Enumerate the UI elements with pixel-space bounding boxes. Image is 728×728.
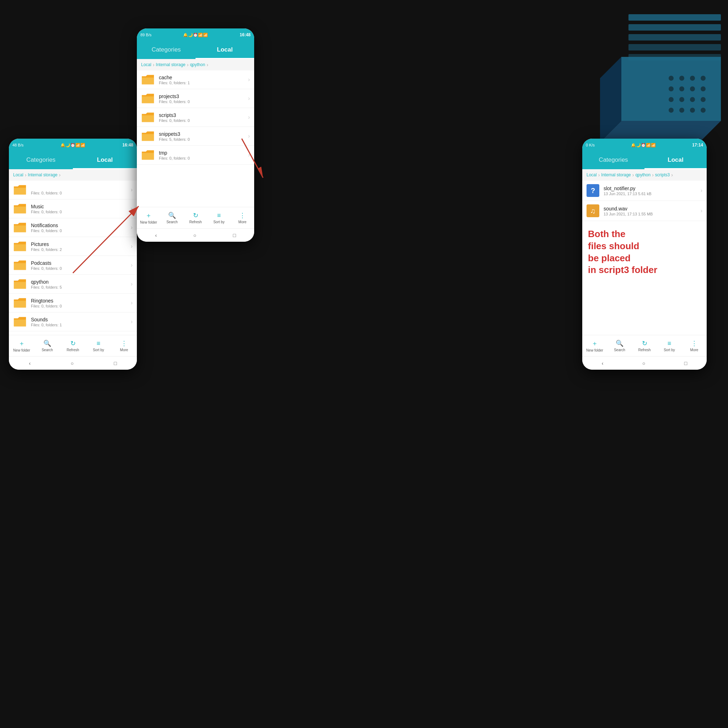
list-item-scripts3[interactable]: scripts3 Files: 0, folders: 0 › bbox=[137, 108, 254, 127]
file-info: scripts3 Files: 0, folders: 0 bbox=[159, 112, 248, 122]
file-info: Files: 0, folders: 0 bbox=[31, 185, 131, 195]
phone-left: 48 B/s 🔔🌙⏰📶📶 16:48 Categories Local Loca… bbox=[9, 139, 137, 370]
home-button-center[interactable]: ○ bbox=[193, 232, 196, 238]
sort-by-button-right[interactable]: ≡ Sort by bbox=[657, 340, 682, 352]
svg-point-9 bbox=[679, 76, 684, 81]
new-folder-button-right[interactable]: ＋ New folder bbox=[582, 339, 607, 352]
search-button-left[interactable]: 🔍 Search bbox=[35, 340, 60, 352]
list-item[interactable]: Sounds Files: 0, folders: 1 › bbox=[9, 312, 137, 331]
refresh-button-right[interactable]: ↻ Refresh bbox=[632, 340, 657, 352]
recents-button-right[interactable]: □ bbox=[684, 361, 687, 366]
list-item[interactable]: Files: 0, folders: 0 › bbox=[9, 180, 137, 199]
list-item-cache[interactable]: cache Files: 0, folders: 1 › bbox=[137, 70, 254, 89]
file-meta: Files: 0, folders: 1 bbox=[159, 81, 248, 85]
file-name: Notifications bbox=[31, 223, 131, 228]
svg-point-19 bbox=[700, 97, 706, 102]
file-meta: Files: 0, folders: 0 bbox=[159, 118, 248, 122]
bc-qpython-right[interactable]: qpython bbox=[635, 173, 650, 177]
folder-icon bbox=[13, 184, 27, 196]
time-center: 16:48 bbox=[240, 32, 251, 37]
list-item[interactable]: Telegram Files: 0, folders: 4 › bbox=[9, 331, 137, 335]
refresh-button-left[interactable]: ↻ Refresh bbox=[60, 340, 86, 352]
sort-by-button-left[interactable]: ≡ Sort by bbox=[86, 340, 111, 352]
tab-categories-right[interactable]: Categories bbox=[582, 151, 644, 169]
file-meta: 13 Jun 2021, 17:13 5.61 kB bbox=[604, 191, 700, 196]
tab-local-center[interactable]: Local bbox=[196, 41, 254, 59]
bc-scripts3-right[interactable]: scripts3 bbox=[655, 173, 670, 177]
search-button-right[interactable]: 🔍 Search bbox=[607, 340, 632, 352]
more-label-right: More bbox=[690, 348, 699, 352]
file-info: snippets3 Files: 5, folders: 0 bbox=[159, 131, 248, 141]
new-folder-button-center[interactable]: ＋ New folder bbox=[137, 211, 160, 224]
network-info-center: 89 B/s bbox=[141, 33, 151, 37]
file-meta: Files: 5, folders: 0 bbox=[159, 137, 248, 141]
back-button-left[interactable]: ‹ bbox=[29, 361, 31, 366]
bc-local-right[interactable]: Local bbox=[587, 173, 597, 177]
folder-icon bbox=[13, 297, 27, 309]
bc-internal-right[interactable]: Internal storage bbox=[601, 173, 631, 177]
status-bar-right: 0 K/s 🔔🌙⏰📶📶 17:14 bbox=[582, 139, 707, 151]
file-info: Ringtones Files: 0, folders: 0 bbox=[31, 298, 131, 308]
file-meta: Files: 0, folders: 2 bbox=[31, 248, 131, 252]
list-item-tmp[interactable]: tmp Files: 0, folders: 0 › bbox=[137, 146, 254, 165]
list-item-projects3[interactable]: projects3 Files: 0, folders: 0 › bbox=[137, 89, 254, 108]
file-meta: 13 Jun 2021, 17:13 1.55 MB bbox=[604, 212, 700, 216]
list-item-sound-wav[interactable]: ♫ sound.wav 13 Jun 2021, 17:13 1.55 MB › bbox=[582, 201, 707, 221]
bc-qpython-center[interactable]: qpython bbox=[190, 62, 205, 67]
new-folder-button-left[interactable]: ＋ New folder bbox=[9, 339, 35, 352]
folder-icon bbox=[141, 74, 154, 85]
home-button-right[interactable]: ○ bbox=[642, 361, 645, 366]
status-icons-left: 🔔🌙⏰📶📶 bbox=[60, 143, 85, 147]
more-button-center[interactable]: ⋮ More bbox=[231, 211, 254, 224]
file-list-left: Files: 0, folders: 0 › Music Files: 0, f… bbox=[9, 180, 137, 335]
annotation-text: Both thefiles shouldbe placedin script3 … bbox=[588, 228, 701, 276]
file-meta: Files: 0, folders: 5 bbox=[31, 285, 131, 289]
recents-button-left[interactable]: □ bbox=[114, 361, 116, 366]
tab-categories-left[interactable]: Categories bbox=[9, 151, 73, 169]
chevron-icon: › bbox=[131, 281, 133, 287]
list-item-snippets3[interactable]: snippets3 Files: 5, folders: 0 › bbox=[137, 127, 254, 146]
bc-local-center[interactable]: Local bbox=[141, 62, 151, 67]
file-meta: Files: 0, folders: 0 bbox=[159, 156, 248, 160]
search-label-center: Search bbox=[166, 220, 178, 224]
search-icon: 🔍 bbox=[43, 340, 51, 347]
network-info-left: 48 B/s bbox=[12, 143, 23, 147]
list-item[interactable]: Pictures Files: 0, folders: 2 › bbox=[9, 237, 137, 256]
recents-button-center[interactable]: □ bbox=[233, 232, 236, 238]
list-item[interactable]: Podcasts Files: 0, folders: 0 › bbox=[9, 256, 137, 275]
refresh-button-center[interactable]: ↻ Refresh bbox=[184, 211, 207, 224]
wav-file-icon: ♫ bbox=[587, 204, 600, 217]
list-item-qpython[interactable]: qpython Files: 0, folders: 5 › bbox=[9, 275, 137, 294]
status-icons-center: 🔔🌙⏰📶📶 bbox=[183, 33, 208, 37]
back-button-right[interactable]: ‹ bbox=[602, 361, 604, 366]
folder-icon bbox=[141, 112, 154, 123]
sort-label-left: Sort by bbox=[93, 348, 104, 352]
list-item[interactable]: Ringtones Files: 0, folders: 0 › bbox=[9, 294, 137, 312]
file-meta: Files: 0, folders: 1 bbox=[31, 323, 131, 327]
chevron-icon: › bbox=[248, 95, 250, 102]
more-label-center: More bbox=[239, 220, 247, 224]
tab-categories-center[interactable]: Categories bbox=[137, 41, 196, 59]
more-button-right[interactable]: ⋮ More bbox=[682, 340, 707, 352]
file-meta: Files: 0, folders: 0 bbox=[31, 229, 131, 233]
list-item-slot-notifier[interactable]: ? slot_notifier.py 13 Jun 2021, 17:13 5.… bbox=[582, 180, 707, 201]
system-nav-right: ‹ ○ □ bbox=[582, 356, 707, 370]
search-button-center[interactable]: 🔍 Search bbox=[160, 211, 184, 224]
sort-icon: ≡ bbox=[668, 340, 671, 347]
list-item[interactable]: Music Files: 0, folders: 0 › bbox=[9, 199, 137, 218]
home-button-left[interactable]: ○ bbox=[71, 361, 73, 366]
more-button-left[interactable]: ⋮ More bbox=[111, 340, 137, 352]
bottom-toolbar-left: ＋ New folder 🔍 Search ↻ Refresh ≡ Sort b… bbox=[9, 335, 137, 356]
search-icon: 🔍 bbox=[616, 340, 624, 347]
bc-internal-left[interactable]: Internal storage bbox=[28, 173, 57, 177]
tab-local-left[interactable]: Local bbox=[73, 151, 137, 169]
file-info: Music Files: 0, folders: 0 bbox=[31, 204, 131, 214]
tab-local-right[interactable]: Local bbox=[644, 151, 707, 169]
bc-local-left[interactable]: Local bbox=[13, 173, 23, 177]
sort-by-button-center[interactable]: ≡ Sort by bbox=[207, 212, 231, 224]
list-item[interactable]: Notifications Files: 0, folders: 0 › bbox=[9, 218, 137, 237]
bc-internal-center[interactable]: Internal storage bbox=[156, 62, 185, 67]
refresh-icon: ↻ bbox=[193, 211, 198, 219]
back-button-center[interactable]: ‹ bbox=[155, 232, 157, 238]
file-info: qpython Files: 0, folders: 5 bbox=[31, 279, 131, 289]
